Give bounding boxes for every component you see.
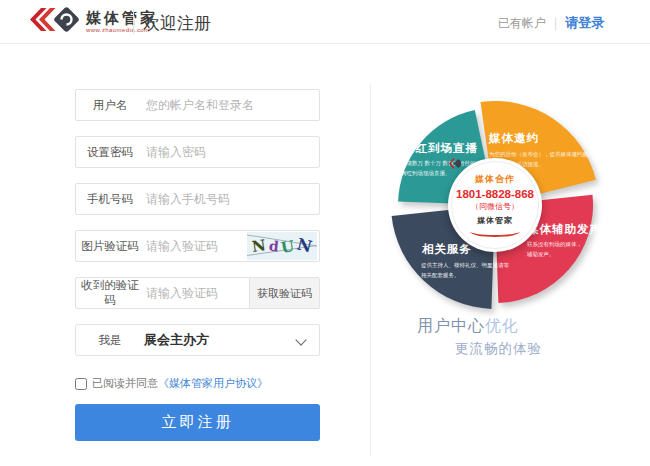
header: 媒体管家 www.zhaomedia.com 欢迎注册 已有帐户 | 请登录	[0, 0, 650, 44]
sms-code-field-row: 收到的验证码 获取验证码	[75, 277, 320, 309]
agreement-text: 已阅读并同意	[92, 376, 158, 391]
header-divider	[133, 9, 134, 34]
agreement-checkbox[interactable]	[75, 378, 87, 390]
sms-code-label: 收到的验证码	[76, 278, 144, 308]
role-label: 我是	[76, 333, 144, 348]
segment-desc-media-voice: 联系没有到场的媒体， 辅助发声。	[527, 240, 582, 260]
phone-input[interactable]	[144, 191, 319, 207]
services-wheel: 网红到场直播 邀请数万 数十万 数百万粉丝的 网红到场现场直播。 媒体邀约 为您…	[385, 93, 609, 317]
user-agreement-link[interactable]: 《媒体管家用户协议》	[158, 376, 268, 391]
vertical-divider	[370, 84, 371, 456]
brand-mini-icon	[448, 158, 461, 169]
page-title: 欢迎注册	[143, 12, 211, 35]
password-label: 设置密码	[76, 145, 144, 160]
segment-title-media-invite: 媒体邀约	[489, 131, 539, 146]
header-right: 已有帐户 | 请登录	[498, 14, 604, 32]
password-input[interactable]	[144, 144, 319, 160]
have-account-label: 已有帐户	[498, 15, 546, 32]
username-label: 用户名	[76, 98, 144, 113]
contact-brand-name: 媒体管家	[477, 215, 513, 226]
captcha-letter: d	[268, 239, 279, 254]
captcha-letter: N	[251, 238, 267, 255]
tagline-line2: 更流畅的体验	[455, 340, 542, 358]
register-button[interactable]: 立即注册	[75, 404, 320, 441]
register-page: 媒体管家 www.zhaomedia.com 欢迎注册 已有帐户 | 请登录 用…	[0, 0, 650, 466]
contact-wechat-note: （同微信号）	[471, 201, 519, 212]
chevron-down-icon	[295, 334, 306, 345]
get-code-button[interactable]: 获取验证码	[249, 278, 319, 308]
tagline-line1: 用户中心优化	[417, 316, 519, 337]
role-selected-value: 展会主办方	[144, 331, 209, 349]
username-field-row: 用户名	[75, 89, 320, 121]
image-captcha-label: 图片验证码	[76, 239, 144, 254]
login-link[interactable]: 请登录	[565, 14, 604, 32]
image-captcha-field-row: 图片验证码 N d U N	[75, 230, 320, 262]
header-separator: |	[554, 16, 557, 30]
segment-title-media-voice: 媒体辅助发声	[527, 222, 602, 237]
password-field-row: 设置密码	[75, 136, 320, 168]
contact-coop-label: 媒体合作	[475, 173, 515, 186]
brand-arc-decoration	[470, 226, 520, 237]
contact-brand-logo: 媒体管家	[477, 215, 513, 226]
captcha-letter: N	[296, 236, 314, 255]
phone-label: 手机号码	[76, 192, 144, 207]
captcha-image[interactable]: N d U N	[247, 232, 317, 260]
agreement-row: 已阅读并同意 《媒体管家用户协议》	[75, 376, 268, 391]
brand-logo-icon	[28, 5, 80, 37]
segment-title-related-services: 相关服务	[422, 242, 472, 257]
brand-logo[interactable]: 媒体管家 www.zhaomedia.com	[28, 5, 158, 37]
segment-desc-related-services: 提供主持人、模特礼仪、明星邀请等 相关配套服务。	[421, 261, 509, 281]
contact-badge: 媒体合作 1801-8828-868 （同微信号） 媒体管家	[448, 158, 542, 252]
contact-phone: 1801-8828-868	[456, 188, 534, 200]
phone-field-row: 手机号码	[75, 183, 320, 215]
role-select[interactable]: 我是 展会主办方	[75, 324, 320, 356]
username-input[interactable]	[144, 97, 319, 113]
segment-title-influencer-live: 网红到场直播	[403, 141, 478, 156]
